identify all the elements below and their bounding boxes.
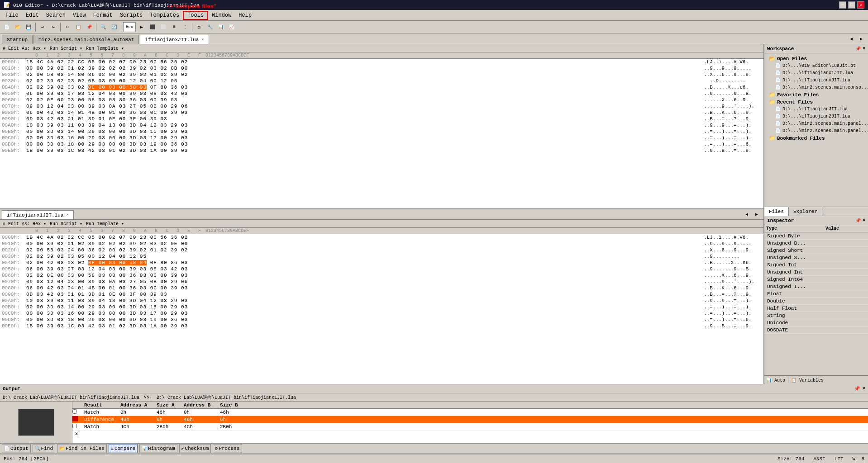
- edit-as-label-2[interactable]: # Edit As: Hex ▾: [3, 221, 46, 227]
- recent-file-2[interactable]: 📄 D:\...\ifTiaojian2JIT.lua: [764, 113, 868, 120]
- toolbar-extra2[interactable]: ⬛: [148, 22, 157, 32]
- recent-files-folder[interactable]: 📁 Recent Files: [764, 99, 868, 106]
- status-size: Size: 764: [777, 456, 804, 462]
- menu-scripts[interactable]: Scripts: [116, 11, 146, 20]
- output-close-icon[interactable]: ×: [862, 386, 865, 392]
- menu-templates[interactable]: Templates: [146, 11, 183, 20]
- match-checkbox-2[interactable]: [72, 424, 77, 428]
- tab2-scroll-right[interactable]: ▶: [752, 209, 762, 219]
- list-item: Signed Int64: [764, 276, 868, 283]
- toolbar-extra8[interactable]: 📈: [227, 22, 237, 32]
- menu-help[interactable]: Help: [235, 11, 255, 20]
- status-width: W: 8: [853, 456, 864, 462]
- redo-button[interactable]: ↪: [48, 22, 58, 32]
- open-files-folder[interactable]: 📂 Open Files: [764, 55, 868, 62]
- paste-button[interactable]: 📌: [84, 22, 94, 32]
- tab-mir2[interactable]: mir2.scenes.main.console.autoRat: [33, 35, 139, 44]
- menu-view[interactable]: View: [69, 11, 90, 20]
- tab-close-icon[interactable]: ×: [201, 38, 204, 42]
- minimize-button[interactable]: —: [839, 1, 846, 9]
- favorite-files-folder[interactable]: 📁 Favorite Files: [764, 91, 868, 99]
- table-row: 0080h:06 00 42 03 04 01 4B 00 01 00 36 0…: [0, 109, 763, 116]
- tab-jit1-close[interactable]: ×: [66, 213, 68, 217]
- toolbar-extra5[interactable]: ⋮: [180, 22, 190, 32]
- tab-explorer[interactable]: Explorer: [789, 207, 822, 216]
- open-file-2[interactable]: 📄 D:\...\ifTiaojianx1JIT.lua: [764, 70, 868, 77]
- recent-file-4[interactable]: 📄 D:\...\mir2.scenes.main.panel...: [764, 128, 868, 135]
- compare-button[interactable]: ⚖: [194, 22, 204, 32]
- hex-rows-bottom[interactable]: 0000h:1B 4C 4A 02 02 CC 05 00 02 07 00 2…: [0, 234, 763, 329]
- table-row: 00B0h:00 00 3D 03 14 00 29 03 00 00 3D 0…: [0, 128, 763, 135]
- menu-edit[interactable]: Edit: [22, 11, 43, 20]
- auto-tab[interactable]: 📊 Auto: [766, 378, 788, 383]
- run-template-label-2[interactable]: Run Template ▾: [86, 221, 124, 227]
- folder-open-icon: 📂: [769, 55, 775, 62]
- workspace-close-icon[interactable]: ×: [863, 46, 865, 52]
- output-pin-icon[interactable]: 📌: [854, 386, 860, 392]
- table-row: 00C0h:00 00 3D 03 16 00 29 03 00 00 3D 0…: [0, 135, 763, 141]
- list-item: Unsigned I...: [764, 283, 868, 290]
- menu-window[interactable]: Window: [208, 11, 235, 20]
- inspector-pin-icon[interactable]: 📌: [855, 218, 861, 223]
- menu-search[interactable]: Search: [43, 11, 69, 20]
- close-button[interactable]: ✕: [857, 1, 864, 9]
- open-button[interactable]: 📂: [13, 22, 23, 32]
- tab-jit[interactable]: ifTiaojianxJIT.lua ×: [140, 35, 209, 44]
- tab-jit1[interactable]: ifTiaojianx1JIT.lua ×: [2, 210, 74, 219]
- col-header-top: 0 1 2 3 4 5 6 7 8 9 A B C D E F 01234567…: [0, 52, 763, 59]
- recent-file-3[interactable]: 📄 D:\...\mir2.scenes.main.panel...: [764, 120, 868, 128]
- edit-as-label[interactable]: # Edit As: Hex ▾: [3, 46, 46, 51]
- tab-scroll-left[interactable]: ◀: [846, 34, 856, 44]
- find-tab-btn[interactable]: 🔍 Find: [33, 444, 55, 453]
- tab-scroll-right[interactable]: ▶: [856, 34, 866, 44]
- run-script-label-2[interactable]: Run Script ▾: [50, 221, 82, 227]
- table-row: 0090h:0D 03 42 03 01 01 3D 01 0E 00 3F 0…: [0, 291, 763, 298]
- menu-tools[interactable]: Tools: [183, 11, 208, 20]
- replace-button[interactable]: 🔄: [109, 22, 119, 32]
- inspector-type-header: Type: [766, 225, 825, 232]
- output-tab-btn[interactable]: 📄 Output: [2, 444, 31, 453]
- tab-files[interactable]: Files: [764, 207, 789, 216]
- open-file-1[interactable]: 📄 D:\...\010 Editor\LuaJit.bt: [764, 62, 868, 70]
- save-button[interactable]: 💾: [24, 22, 33, 32]
- toolbar-extra1[interactable]: ▶: [137, 22, 147, 32]
- open-file-3[interactable]: 📄 D:\...\ifTiaojianxJIT.lua: [764, 77, 868, 84]
- copy-button[interactable]: 📋: [73, 22, 83, 32]
- toolbar-extra3[interactable]: ⬜: [158, 22, 168, 32]
- table-row: 00E0h:1B 00 39 03 1C 03 42 03 01 02 3D 0…: [0, 323, 763, 329]
- run-script-label[interactable]: Run Script ▾: [50, 46, 82, 51]
- workspace-pin-icon[interactable]: 📌: [855, 46, 861, 52]
- menu-file[interactable]: File: [2, 11, 22, 20]
- list-item: String: [764, 312, 868, 319]
- inspector-close-icon[interactable]: ×: [863, 218, 865, 223]
- open-file-4[interactable]: 📄 D:\...\mir2.scenes.main.conso...: [764, 84, 868, 91]
- menu-format[interactable]: Format: [90, 11, 116, 20]
- match-checkbox-1[interactable]: [72, 409, 77, 414]
- list-item: Signed Byte: [764, 232, 868, 240]
- histogram-tab-btn[interactable]: 📊 Histogram: [139, 444, 177, 453]
- toolbar-extra7[interactable]: 📊: [216, 22, 226, 32]
- run-template-label[interactable]: Run Template ▾: [86, 46, 124, 51]
- cut-button[interactable]: ✂: [62, 22, 72, 32]
- table-row: 0020h:02 00 58 03 04 80 36 02 00 02 39 0…: [0, 247, 763, 253]
- toolbar-extra4[interactable]: ≡: [169, 22, 179, 32]
- find-in-files-tab-btn[interactable]: 📂 Find in Files: [57, 444, 107, 453]
- recent-file-1[interactable]: 📄 D:\...\ifTiaojianJIT.lua: [764, 106, 868, 113]
- undo-button[interactable]: ↩: [38, 22, 48, 32]
- toolbar-extra6[interactable]: 🔧: [205, 22, 215, 32]
- tab2-scroll-left[interactable]: ◀: [742, 209, 752, 219]
- table-row: 00D0h:00 00 3D 03 18 00 29 03 00 00 3D 0…: [0, 317, 763, 323]
- tab-startup[interactable]: Startup: [2, 35, 33, 44]
- goto-button[interactable]: Hex: [123, 22, 136, 32]
- maximize-button[interactable]: □: [848, 1, 855, 9]
- hex-rows-top[interactable]: 0000h:1B 4C 4A 02 02 CC 05 00 02 07 00 2…: [0, 59, 763, 154]
- new-button[interactable]: 📄: [2, 22, 12, 32]
- checksum-tab-btn[interactable]: ✔ Checksum: [179, 444, 211, 453]
- table-row: 0060h:02 02 0E 00 03 00 58 03 08 80 36 0…: [0, 97, 763, 103]
- process-tab-btn[interactable]: ⚙ Process: [213, 444, 242, 453]
- histogram-icon: 📊: [142, 446, 147, 451]
- find-button[interactable]: 🔍: [98, 22, 108, 32]
- compare-tab-btn[interactable]: ⚖ Compare: [109, 444, 138, 453]
- variables-tab[interactable]: 📋 Variables: [791, 378, 824, 383]
- bookmarked-files-folder[interactable]: 📁 Bookmarked Files: [764, 135, 868, 142]
